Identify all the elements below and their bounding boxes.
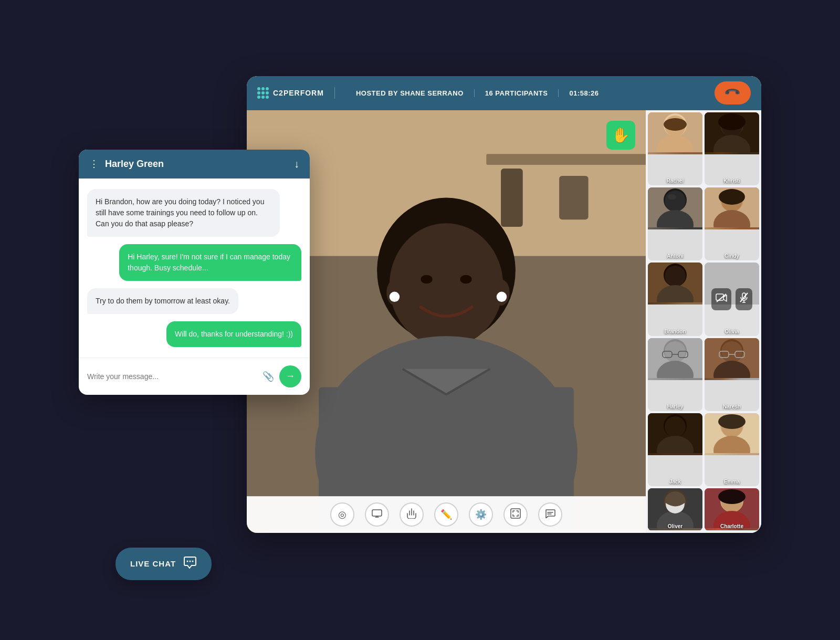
chat-menu-icon[interactable]: ⋮ — [89, 158, 99, 170]
participant-card-brandon[interactable]: Brandon — [648, 263, 702, 335]
participant-card-cindy[interactable]: Cindy — [705, 187, 759, 260]
participant-avatar-antoni — [648, 187, 702, 229]
chat-contact-name: Harley Green — [105, 159, 288, 170]
participants-sidebar: Rachel Khristi — [646, 110, 761, 533]
svg-point-11 — [497, 291, 507, 301]
participant-name-oliver: Oliver — [648, 523, 702, 529]
screen-share-icon — [372, 509, 382, 520]
participants-count: 16 PARTICIPANTS — [475, 89, 559, 97]
chat-minimize-icon[interactable]: ↓ — [294, 158, 299, 170]
participant-name-khristi: Khristi — [705, 178, 759, 184]
chat-messages: Hi Brandon, how are you doing today? I n… — [79, 179, 310, 358]
fullscreen-button[interactable] — [503, 502, 528, 527]
header-bar: C2PERFORM HOSTED BY SHANE SERRANO 16 PAR… — [247, 76, 761, 110]
live-chat-bubble-icon — [183, 556, 197, 572]
screen-share-button[interactable] — [365, 502, 389, 527]
participant-avatar-jack — [648, 413, 702, 455]
chat-message-input[interactable] — [87, 372, 257, 381]
svg-point-50 — [665, 341, 686, 362]
participant-avatar-brandon — [648, 263, 702, 305]
svg-point-32 — [668, 194, 676, 200]
svg-rect-16 — [372, 510, 382, 516]
participant-avatar-naresh — [705, 338, 759, 380]
participant-name-olivia: Olivia — [705, 329, 759, 334]
camera-button[interactable]: ◎ — [330, 502, 354, 527]
chat-toggle-button[interactable] — [538, 502, 562, 527]
svg-point-27 — [718, 113, 746, 130]
svg-rect-4 — [501, 169, 523, 227]
participant-avatar-harley — [648, 338, 702, 380]
participant-card-harley[interactable]: Harley — [648, 338, 702, 411]
svg-point-7 — [390, 223, 503, 347]
send-message-button[interactable]: → — [279, 365, 301, 387]
svg-point-81 — [190, 560, 191, 562]
svg-point-22 — [664, 118, 687, 131]
attach-icon[interactable]: 📎 — [262, 371, 274, 382]
participant-card-rachel[interactable]: Rachel — [648, 112, 702, 185]
svg-point-30 — [665, 191, 686, 212]
participant-avatar-rachel — [648, 112, 702, 154]
main-conference-window: C2PERFORM HOSTED BY SHANE SERRANO 16 PAR… — [247, 76, 761, 533]
participant-card-jack[interactable]: Jack — [648, 413, 702, 486]
participant-card-charlotte[interactable]: Charlotte — [705, 488, 759, 530]
chat-input-area: 📎 → — [79, 358, 310, 395]
message-1: Hi Brandon, how are you doing today? I n… — [87, 189, 280, 237]
participant-card-emma[interactable]: Emma — [705, 413, 759, 486]
app-name: C2PERFORM — [273, 89, 324, 97]
raise-hand-button[interactable]: ✋ — [606, 121, 635, 150]
svg-point-64 — [665, 416, 686, 437]
gear-icon: ⚙️ — [475, 509, 487, 520]
pencil-icon: ✏️ — [440, 509, 452, 520]
participant-name-charlotte: Charlotte — [705, 523, 759, 529]
participant-card-antoni[interactable]: Antoni — [648, 187, 702, 260]
participant-card-oliver[interactable]: Oliver — [648, 488, 702, 530]
participant-name-cindy: Cindy — [705, 253, 759, 259]
camera-off-icon — [711, 288, 731, 310]
live-chat-label: LIVE CHAT — [130, 559, 176, 568]
end-call-button[interactable]: 📞 — [715, 81, 751, 104]
hand-raise-button[interactable] — [400, 502, 424, 527]
chat-header: ⋮ Harley Green ↓ — [79, 150, 310, 179]
participant-card-olivia[interactable]: Olivia — [705, 263, 759, 335]
control-bar: ◎ ✏️ ⚙ — [247, 496, 646, 533]
svg-point-37 — [719, 189, 745, 205]
participant-name-emma: Emma — [705, 479, 759, 485]
participant-card-khristi[interactable]: Khristi — [705, 112, 759, 185]
svg-point-82 — [192, 560, 194, 562]
svg-point-40 — [665, 266, 686, 287]
participant-name-brandon: Brandon — [648, 329, 702, 334]
svg-point-57 — [721, 341, 742, 362]
fullscreen-icon — [510, 508, 521, 521]
participant-avatar-emma — [705, 413, 759, 455]
message-4: Will do, thanks for understanding! :)) — [166, 321, 301, 347]
logo-area: C2PERFORM — [257, 87, 335, 99]
annotate-button[interactable]: ✏️ — [434, 502, 458, 527]
participant-avatar-khristi — [705, 112, 759, 154]
phone-icon: 📞 — [723, 84, 742, 102]
svg-point-12 — [421, 275, 432, 284]
hand-raise-icon — [407, 508, 416, 521]
camera-icon: ◎ — [338, 509, 346, 520]
chat-icon — [545, 509, 555, 521]
svg-point-79 — [718, 489, 746, 504]
participant-avatar-cindy — [705, 187, 759, 229]
chat-panel: ⋮ Harley Green ↓ Hi Brandon, how are you… — [79, 150, 310, 395]
participant-name-naresh: Naresh — [705, 404, 759, 410]
mic-off-icon — [736, 288, 752, 310]
send-arrow-icon: → — [286, 371, 295, 382]
settings-button[interactable]: ⚙️ — [469, 502, 493, 527]
participant-name-antoni: Antoni — [648, 253, 702, 259]
content-area: ✋ ◎ — [247, 110, 761, 533]
svg-point-70 — [718, 414, 746, 429]
svg-point-13 — [460, 275, 471, 284]
svg-rect-3 — [486, 154, 646, 165]
message-2: Hi Harley, sure! I'm not sure if I can m… — [119, 244, 301, 281]
call-timer: 01:58:26 — [559, 89, 609, 97]
svg-rect-5 — [559, 175, 589, 219]
header-info: HOSTED BY SHANE SERRANO 16 PARTICIPANTS … — [335, 89, 715, 97]
participant-name-rachel: Rachel — [648, 178, 702, 184]
participant-card-naresh[interactable]: Naresh — [705, 338, 759, 411]
live-chat-button[interactable]: LIVE CHAT — [116, 548, 212, 580]
logo-icon — [257, 87, 269, 99]
olivia-muted-overlay — [705, 263, 759, 335]
